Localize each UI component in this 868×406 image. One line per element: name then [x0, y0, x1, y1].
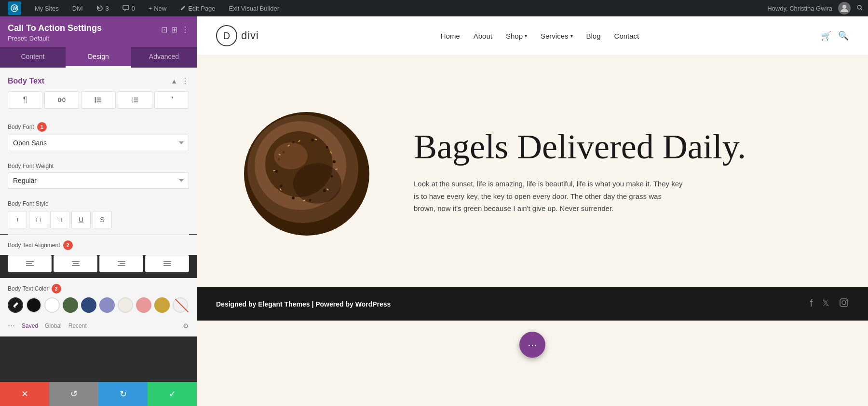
svg-point-11	[95, 99, 96, 100]
collapse-section-icon[interactable]: ▲	[171, 77, 177, 85]
caps-btn[interactable]: Tt	[50, 211, 69, 228]
color-settings-icon[interactable]: ⚙	[183, 322, 189, 330]
quote-format-btn[interactable]: "	[154, 91, 189, 109]
align-center-btn[interactable]	[54, 255, 97, 272]
badge-1: 1	[37, 122, 47, 132]
facebook-icon[interactable]: f	[810, 298, 813, 310]
eyedropper-swatch[interactable]	[8, 297, 23, 313]
nav-about[interactable]: About	[474, 32, 492, 40]
align-justify-btn[interactable]	[145, 255, 189, 272]
svg-rect-2	[123, 5, 129, 10]
color-tabs-dots[interactable]: ···	[8, 321, 15, 331]
admin-bar-left: W My Sites Divi 3 0 + New Edit Page Exit…	[5, 0, 767, 16]
tab-advanced[interactable]: Advanced	[131, 47, 197, 68]
site-header: D divi Home About Shop ▾ Services ▾	[197, 16, 868, 56]
logo-letter: D	[223, 30, 230, 42]
save-button[interactable]: ✓	[148, 382, 197, 406]
dark-green-swatch[interactable]	[63, 297, 78, 313]
underline-btn[interactable]: U	[71, 211, 91, 228]
italic-btn[interactable]: I	[8, 211, 27, 228]
black-swatch[interactable]	[26, 297, 41, 313]
color-swatches	[8, 297, 189, 313]
rose-swatch[interactable]	[136, 297, 151, 313]
svg-point-38	[311, 139, 314, 141]
body-font-style-group: Body Font Style I TT Tt U S	[0, 195, 197, 234]
list-format-btn[interactable]	[81, 91, 116, 109]
small-caps-btn[interactable]: TT	[29, 211, 48, 228]
body-font-group: Body Font 1 Open Sans	[0, 116, 197, 157]
nav-contact[interactable]: Contact	[614, 32, 639, 40]
more-options-icon[interactable]: ⋮	[181, 25, 189, 34]
section-more-icon[interactable]: ⋮	[181, 76, 189, 85]
logo-text: divi	[241, 29, 259, 42]
cancel-button[interactable]: ✕	[0, 382, 49, 406]
font-style-buttons: I TT Tt U S	[8, 211, 189, 228]
refresh-button[interactable]: 3	[94, 0, 112, 16]
new-label: + New	[149, 5, 166, 12]
dark-blue-swatch[interactable]	[81, 297, 96, 313]
collapse-icon[interactable]: ⊡	[161, 25, 167, 34]
section-controls: ▲ ⋮	[171, 76, 189, 85]
instagram-icon[interactable]	[839, 298, 849, 310]
new-button[interactable]: + New	[146, 0, 169, 16]
align-left-btn[interactable]	[8, 255, 52, 272]
align-right-btn[interactable]	[99, 255, 143, 272]
text-alignment-buttons	[0, 255, 197, 278]
tab-design[interactable]: Design	[66, 47, 131, 68]
logo-circle: D	[216, 25, 237, 46]
ordered-list-icon: 1.2.3.	[131, 97, 139, 103]
tab-content[interactable]: Content	[0, 47, 66, 68]
badge-3: 3	[52, 284, 61, 294]
nav-blog[interactable]: Blog	[586, 32, 601, 40]
white-swatch[interactable]	[44, 297, 60, 313]
expand-icon[interactable]: ⊞	[171, 25, 177, 34]
exit-builder-label: Exit Visual Builder	[229, 5, 280, 12]
body-font-select[interactable]: Open Sans	[8, 135, 189, 151]
cart-icon[interactable]: 🛒	[821, 30, 831, 41]
link-format-btn[interactable]	[44, 91, 79, 109]
svg-point-45	[280, 185, 283, 187]
fab-button[interactable]: ···	[519, 332, 545, 358]
shop-dropdown-icon: ▾	[525, 33, 527, 39]
nav-search-icon[interactable]: 🔍	[838, 30, 849, 41]
paragraph-format-btn[interactable]: ¶	[8, 91, 42, 109]
svg-point-39	[326, 146, 328, 149]
svg-point-61	[842, 301, 846, 305]
svg-text:W: W	[13, 6, 17, 11]
body-font-weight-label: Body Font Weight	[8, 163, 189, 169]
divi-button[interactable]: Divi	[69, 0, 86, 16]
exit-builder-button[interactable]: Exit Visual Builder	[226, 0, 283, 16]
elegant-themes-link[interactable]: Elegant Themes	[258, 300, 310, 308]
nav-shop[interactable]: Shop ▾	[506, 32, 527, 40]
saved-tab[interactable]: Saved	[22, 322, 38, 329]
redo-button[interactable]: ↻	[98, 382, 148, 406]
comments-button[interactable]: 0	[120, 0, 138, 16]
nav-home[interactable]: Home	[441, 32, 460, 40]
wordpress-link[interactable]: WordPress	[355, 300, 391, 308]
twitter-icon[interactable]: 𝕏	[822, 298, 829, 310]
panel-preset[interactable]: Preset: Default	[8, 35, 102, 42]
main-layout: Call To Action Settings Preset: Default …	[0, 16, 868, 406]
search-button[interactable]	[856, 4, 863, 13]
nav-services[interactable]: Services ▾	[541, 32, 573, 40]
off-white-swatch[interactable]	[118, 297, 133, 313]
undo-button[interactable]: ↺	[49, 382, 98, 406]
avatar	[838, 2, 851, 14]
gold-swatch[interactable]	[154, 297, 170, 313]
body-font-weight-select[interactable]: Regular	[8, 172, 189, 189]
ordered-list-btn[interactable]: 1.2.3.	[118, 91, 152, 109]
lavender-swatch[interactable]	[99, 297, 115, 313]
global-tab[interactable]: Global	[45, 322, 62, 329]
recent-tab[interactable]: Recent	[68, 322, 87, 329]
none-swatch[interactable]	[173, 297, 188, 313]
strikethrough-btn[interactable]: S	[93, 211, 112, 228]
my-sites-button[interactable]: My Sites	[32, 0, 62, 16]
edit-page-button[interactable]: Edit Page	[177, 0, 218, 16]
svg-point-3	[842, 5, 846, 9]
hero-body-text: Look at the sunset, life is amazing, lif…	[414, 178, 684, 215]
howdy-label: Howdy, Christina Gwira	[767, 5, 832, 12]
wp-logo-button[interactable]: W	[5, 0, 24, 16]
svg-rect-5	[58, 98, 61, 102]
admin-bar-right: Howdy, Christina Gwira	[767, 2, 863, 14]
svg-point-40	[333, 160, 336, 163]
